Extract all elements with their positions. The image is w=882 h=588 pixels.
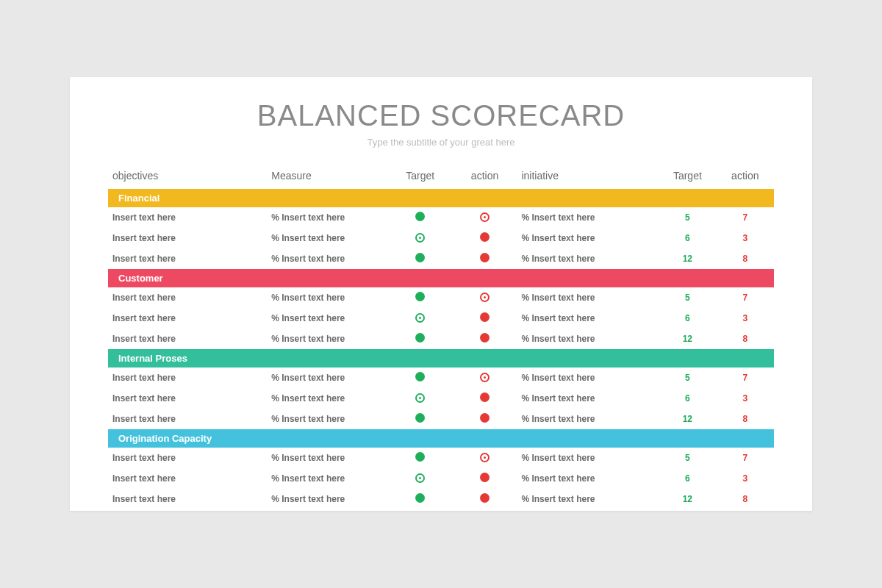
table-row: Insert text here% Insert text here% Inse… bbox=[108, 388, 774, 409]
cell-action-value: 8 bbox=[717, 248, 774, 269]
slide-title: BALANCED SCORECARD bbox=[108, 99, 774, 132]
cell-target-indicator bbox=[388, 368, 453, 388]
cell-target-value: 6 bbox=[659, 388, 716, 409]
section-header: Customer bbox=[108, 269, 774, 287]
cell-action-indicator bbox=[453, 248, 517, 269]
cell-target-indicator bbox=[388, 388, 453, 409]
status-dot-icon bbox=[480, 392, 490, 402]
table-row: Insert text here% Insert text here% Inse… bbox=[108, 468, 774, 489]
table-row: Insert text here% Insert text here% Inse… bbox=[108, 489, 774, 509]
cell-initiative: % Insert text here bbox=[517, 388, 659, 409]
cell-objective: Insert text here bbox=[108, 228, 267, 248]
cell-action-value: 3 bbox=[717, 228, 774, 248]
cell-objective: Insert text here bbox=[108, 409, 267, 429]
cell-measure: % Insert text here bbox=[267, 388, 387, 409]
cell-target-indicator bbox=[388, 409, 453, 429]
cell-target-indicator bbox=[388, 248, 453, 269]
cell-action-value: 7 bbox=[717, 287, 774, 308]
cell-target-indicator bbox=[388, 287, 453, 308]
section-label: Internal Proses bbox=[108, 349, 267, 368]
cell-initiative: % Insert text here bbox=[517, 368, 659, 388]
col-action-1: action bbox=[453, 164, 517, 189]
status-dot-icon bbox=[480, 473, 490, 482]
status-dot-icon bbox=[415, 333, 425, 343]
cell-action-indicator bbox=[453, 448, 517, 468]
cell-action-indicator bbox=[453, 329, 517, 349]
cell-initiative: % Insert text here bbox=[517, 409, 659, 429]
cell-initiative: % Insert text here bbox=[517, 329, 659, 349]
table-row: Insert text here% Insert text here% Inse… bbox=[108, 448, 774, 468]
cell-objective: Insert text here bbox=[108, 448, 267, 468]
cell-action-value: 3 bbox=[717, 308, 774, 329]
cell-action-value: 3 bbox=[717, 388, 774, 409]
status-dot-icon bbox=[415, 212, 425, 221]
status-ring-icon bbox=[417, 475, 423, 481]
cell-initiative: % Insert text here bbox=[517, 308, 659, 329]
cell-target-value: 12 bbox=[659, 489, 716, 509]
cell-initiative: % Insert text here bbox=[517, 287, 659, 308]
scorecard-table: objectives Measure Target action initiat… bbox=[108, 164, 774, 509]
cell-target-value: 5 bbox=[659, 448, 716, 468]
cell-target-indicator bbox=[388, 308, 453, 329]
cell-action-value: 8 bbox=[717, 489, 774, 509]
cell-measure: % Insert text here bbox=[267, 228, 387, 248]
section-label: Customer bbox=[108, 269, 267, 287]
status-dot-icon bbox=[415, 292, 425, 301]
cell-target-value: 12 bbox=[659, 409, 716, 429]
cell-target-value: 6 bbox=[659, 308, 716, 329]
cell-objective: Insert text here bbox=[108, 287, 267, 308]
status-dot-icon bbox=[415, 372, 425, 381]
cell-objective: Insert text here bbox=[108, 368, 267, 388]
cell-action-value: 3 bbox=[717, 468, 774, 489]
cell-initiative: % Insert text here bbox=[517, 207, 659, 228]
status-ring-icon bbox=[481, 454, 488, 461]
status-ring-icon bbox=[481, 374, 488, 381]
status-dot-icon bbox=[480, 253, 490, 262]
cell-action-value: 8 bbox=[717, 409, 774, 429]
status-ring-icon bbox=[417, 234, 423, 241]
cell-action-value: 7 bbox=[717, 368, 774, 388]
cell-initiative: % Insert text here bbox=[517, 228, 659, 248]
cell-initiative: % Insert text here bbox=[517, 248, 659, 269]
cell-target-value: 12 bbox=[659, 248, 716, 269]
cell-target-value: 6 bbox=[659, 468, 716, 489]
cell-initiative: % Insert text here bbox=[517, 448, 659, 468]
cell-target-value: 6 bbox=[659, 228, 716, 248]
col-initiative: initiative bbox=[517, 164, 659, 189]
table-row: Insert text here% Insert text here% Inse… bbox=[108, 248, 774, 269]
cell-action-indicator bbox=[453, 207, 517, 228]
table-row: Insert text here% Insert text here% Inse… bbox=[108, 228, 774, 248]
cell-target-indicator bbox=[388, 489, 453, 509]
cell-target-indicator bbox=[388, 207, 453, 228]
cell-action-indicator bbox=[453, 468, 517, 489]
section-label: Origination Capacity bbox=[108, 429, 267, 448]
status-dot-icon bbox=[415, 452, 425, 462]
col-target-2: Target bbox=[659, 164, 716, 189]
cell-measure: % Insert text here bbox=[267, 489, 387, 509]
table-row: Insert text here% Insert text here% Inse… bbox=[108, 207, 774, 228]
section-header: Internal Proses bbox=[108, 349, 774, 368]
cell-measure: % Insert text here bbox=[267, 448, 387, 468]
cell-target-indicator bbox=[388, 468, 453, 489]
status-dot-icon bbox=[480, 493, 490, 503]
cell-objective: Insert text here bbox=[108, 468, 267, 489]
cell-target-value: 5 bbox=[659, 207, 716, 228]
cell-objective: Insert text here bbox=[108, 207, 267, 228]
table-row: Insert text here% Insert text here% Inse… bbox=[108, 409, 774, 429]
cell-action-value: 7 bbox=[717, 448, 774, 468]
cell-objective: Insert text here bbox=[108, 308, 267, 329]
table-row: Insert text here% Insert text here% Inse… bbox=[108, 329, 774, 349]
table-row: Insert text here% Insert text here% Inse… bbox=[108, 308, 774, 329]
cell-target-indicator bbox=[388, 448, 453, 468]
cell-action-indicator bbox=[453, 287, 517, 308]
cell-objective: Insert text here bbox=[108, 388, 267, 409]
cell-measure: % Insert text here bbox=[267, 409, 387, 429]
cell-action-indicator bbox=[453, 388, 517, 409]
status-ring-icon bbox=[481, 214, 488, 220]
cell-measure: % Insert text here bbox=[267, 368, 387, 388]
status-dot-icon bbox=[415, 253, 425, 262]
cell-action-indicator bbox=[453, 368, 517, 388]
col-objectives: objectives bbox=[108, 164, 267, 189]
status-dot-icon bbox=[480, 413, 490, 423]
cell-action-indicator bbox=[453, 409, 517, 429]
